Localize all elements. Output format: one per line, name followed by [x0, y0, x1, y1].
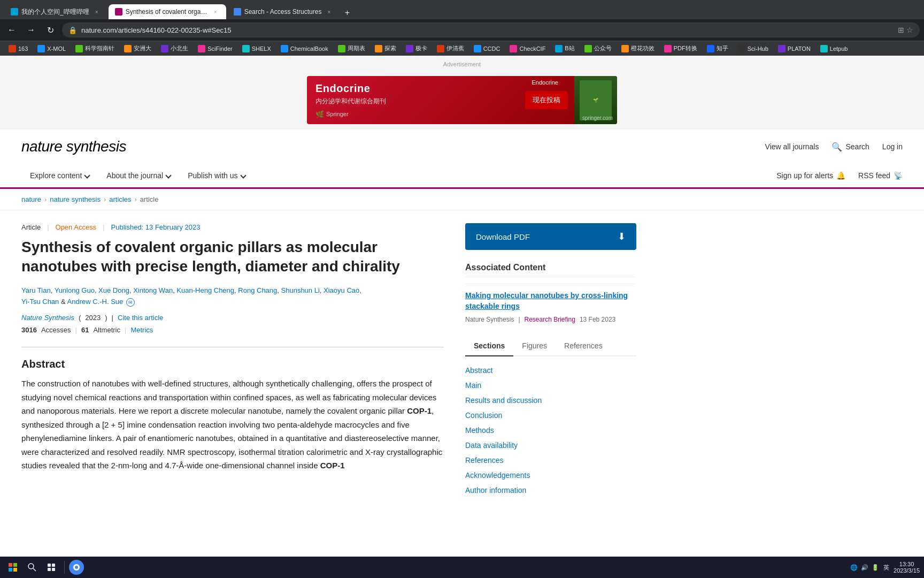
tab-bilibili[interactable]: 我的个人空间_哔哩哔哩 ×: [4, 4, 107, 19]
journal-name-link[interactable]: Nature Synthesis: [21, 314, 74, 322]
bookmark-label: 周期表: [348, 44, 365, 52]
bookmark-chenghua[interactable]: 橙花功效: [617, 43, 659, 54]
section-link-acknowledgements[interactable]: Acknowledgements: [465, 471, 530, 480]
section-link-methods[interactable]: Methods: [465, 426, 494, 435]
bookmark-platon[interactable]: PLATON: [774, 44, 815, 54]
bookmark-checkcif[interactable]: CheckCIF: [505, 44, 550, 54]
back-button[interactable]: ←: [4, 22, 19, 37]
advertisement-banner: Advertisement: [0, 56, 924, 76]
meta-sep: |: [518, 316, 520, 323]
tab-access-structures[interactable]: Search - Access Structures ×: [227, 4, 340, 19]
bookmark-ccdc[interactable]: CCDC: [469, 44, 505, 54]
section-link-conclusion[interactable]: Conclusion: [465, 411, 502, 420]
bookmark-guide[interactable]: 科学指南针: [71, 43, 119, 54]
section-link-abstract[interactable]: Abstract: [465, 366, 492, 375]
bookmark-star-icon[interactable]: ☆: [906, 26, 913, 34]
article-title: Synthesis of covalent organic pillars as…: [21, 238, 444, 277]
section-link-data[interactable]: Data availability: [465, 441, 518, 450]
search-button[interactable]: 🔍 Search: [831, 142, 869, 152]
forward-button[interactable]: →: [24, 22, 38, 37]
cite-this-article-link[interactable]: Cite this article: [118, 314, 163, 322]
bookmark-xmol[interactable]: X-MOL: [33, 44, 70, 54]
tab-close-access[interactable]: ×: [325, 7, 333, 16]
nav-explore[interactable]: Explore content: [21, 164, 98, 187]
list-item-references: References: [465, 453, 636, 468]
tab-sections[interactable]: Sections: [465, 336, 513, 356]
tab-figures[interactable]: Figures: [513, 336, 556, 356]
bookmark-label: X-MOL: [47, 45, 66, 52]
address-bar[interactable]: 🔒 nature.com/articles/s44160-022-00235-w…: [62, 22, 920, 37]
section-link-author-info[interactable]: Author information: [465, 486, 526, 495]
tab-close-nature[interactable]: ×: [211, 7, 220, 16]
abstract-heading: Abstract: [21, 358, 444, 370]
tab-bar: 我的个人空间_哔哩哔哩 × Synthesis of covalent orga…: [0, 0, 924, 19]
ad-label: Advertisement: [5, 61, 919, 67]
bookmark-zhihu[interactable]: 知乎: [703, 43, 733, 54]
alerts-link[interactable]: Sign up for alerts 🔔: [776, 171, 845, 180]
breadcrumb-nature[interactable]: nature: [21, 195, 41, 203]
download-pdf-button[interactable]: Download PDF ⬇: [465, 223, 636, 250]
tab-favicon: [11, 8, 18, 16]
login-link[interactable]: Log in: [882, 142, 903, 151]
author-shunshun-li[interactable]: Shunshun Li: [281, 286, 320, 294]
author-yunlong-guo[interactable]: Yunlong Guo: [55, 286, 95, 294]
bookmark-scihub[interactable]: Sci-Hub: [734, 44, 773, 54]
tab-nature[interactable]: Synthesis of covalent organic... ×: [109, 4, 226, 19]
bookmark-163[interactable]: 163: [4, 44, 32, 54]
breadcrumb-sep: ›: [104, 195, 106, 203]
author-xintong-wan[interactable]: Xintong Wan: [133, 286, 173, 294]
breadcrumb-nature-synthesis[interactable]: nature synthesis: [50, 195, 101, 203]
metrics-divider: |: [125, 326, 126, 334]
bookmark-pdf[interactable]: PDF转换: [660, 43, 702, 54]
bookmark-shelx[interactable]: SHELX: [238, 44, 275, 54]
author-yitsu-chan[interactable]: Yi-Tsu Chan: [21, 298, 59, 306]
section-link-main[interactable]: Main: [465, 381, 481, 390]
refresh-button[interactable]: ↻: [43, 22, 58, 37]
nav-publish[interactable]: Publish with us: [179, 164, 253, 187]
author-email-icon[interactable]: ✉: [126, 298, 135, 307]
rss-link[interactable]: RSS feed 📡: [858, 171, 903, 180]
breadcrumb-sep: ›: [134, 195, 136, 203]
bookmark-label: 安洲大: [134, 44, 151, 52]
author-kuan-heng-cheng[interactable]: Kuan-Heng Cheng: [176, 286, 234, 294]
bookmark-chembook[interactable]: ChemicalBook: [276, 44, 333, 54]
bookmark-label: SHELX: [252, 45, 271, 52]
view-all-journals-link[interactable]: View all journals: [765, 142, 819, 151]
bookmark-xiaobei[interactable]: 小北生: [157, 43, 192, 54]
bookmark-jika[interactable]: 极卡: [402, 43, 432, 54]
abstract-section: Abstract The construction of nanotubes w…: [21, 347, 444, 473]
metrics-link[interactable]: Metrics: [130, 326, 153, 334]
bookmark-letpub[interactable]: Letpub: [816, 44, 852, 54]
author-yaru-tian[interactable]: Yaru Tian: [21, 286, 51, 294]
nav-about[interactable]: About the journal: [98, 164, 179, 187]
bookmark-periodic[interactable]: 周期表: [334, 43, 369, 54]
new-tab-button[interactable]: +: [341, 6, 353, 19]
breadcrumb: nature › nature synthesis › articles › a…: [0, 189, 924, 210]
bookmark-anzhou[interactable]: 安洲大: [120, 43, 156, 54]
author-andrew-sue[interactable]: Andrew C.-H. Sue: [67, 298, 124, 306]
site-header: nature synthesis View all journals 🔍 Sea…: [0, 130, 924, 189]
bookmark-wechat[interactable]: 公众号: [580, 43, 616, 54]
bookmark-label: 科学指南针: [85, 44, 114, 52]
journal-ref: Nature Synthesis (2023) | Cite this arti…: [21, 314, 444, 322]
author-rong-chang[interactable]: Rong Chang: [238, 286, 277, 294]
tab-close-bilibili[interactable]: ×: [93, 7, 101, 16]
associated-article-title[interactable]: Making molecular nanotubes by cross-link…: [465, 291, 636, 311]
tab-references[interactable]: References: [556, 336, 611, 356]
author-xiaoyu-cao[interactable]: Xiaoyu Cao: [324, 286, 359, 294]
breadcrumb-articles[interactable]: articles: [109, 195, 131, 203]
section-link-references[interactable]: References: [465, 456, 504, 465]
endocrine-badge: Endocrine: [532, 79, 558, 86]
site-logo[interactable]: nature synthesis: [21, 138, 126, 155]
ad-block[interactable]: Endocrine 内分泌学和代谢综合期刊 🌿 Springer 现在投稿 🌱 …: [307, 76, 617, 124]
bookmark-explore[interactable]: 探索: [371, 43, 401, 54]
bookmark-scifinder[interactable]: SciFinder: [194, 44, 236, 54]
author-xue-dong[interactable]: Xue Dong: [98, 286, 129, 294]
address-bar-icons: ⊞ ☆: [898, 26, 913, 34]
ad-cta-button[interactable]: 现在投稿: [525, 91, 568, 109]
article-type-label: Article: [21, 223, 41, 231]
bookmark-yijiao[interactable]: 伊清蕉: [433, 43, 468, 54]
bookmark-bilibili[interactable]: B站: [551, 43, 579, 54]
translate-icon[interactable]: ⊞: [898, 26, 904, 34]
section-link-results[interactable]: Results and discussion: [465, 396, 542, 405]
